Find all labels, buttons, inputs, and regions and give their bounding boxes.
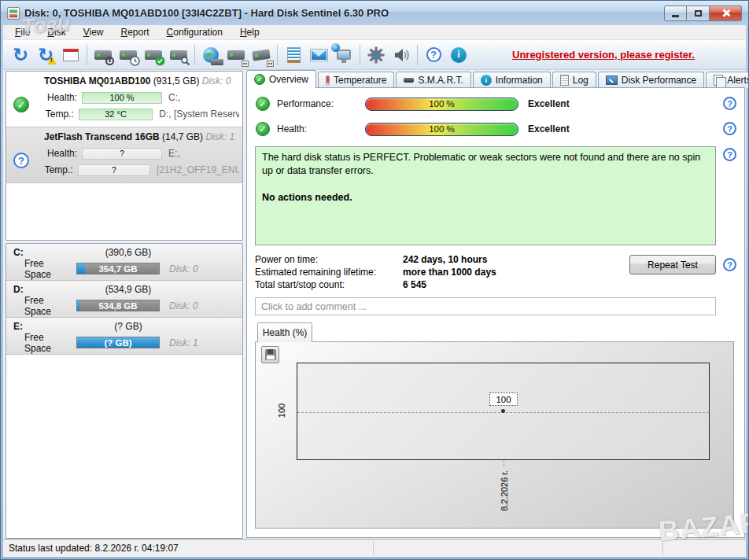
refresh-button[interactable]: ↻ (8, 43, 33, 67)
chart-point-label: 100 (489, 392, 518, 406)
partition-letter: C: (13, 247, 24, 258)
tab-smart[interactable]: S.M.A.R.T. (396, 72, 470, 88)
free-space-value: (? GB) (77, 337, 159, 348)
smart-disk-icon (404, 78, 414, 83)
help-icon[interactable]: ? (723, 148, 736, 161)
remote-monitor-button[interactable] (331, 43, 356, 67)
sound-button[interactable] (389, 43, 414, 67)
lifetime-label: Estimated remaining lifetime: (255, 267, 376, 278)
health-unknown-icon: ? (13, 153, 29, 168)
chart-data-point (501, 409, 505, 413)
performance-row: ✓ Performance: 100 % Excellent (247, 96, 744, 112)
disk-status-button[interactable] (141, 43, 166, 67)
partition-row-c[interactable]: C: (390,6 GB) Free Space 354,7 GB Disk: … (6, 244, 242, 281)
help-button[interactable]: ? (421, 43, 446, 67)
chart-tab-health[interactable]: Health (%) (257, 322, 312, 342)
tab-log[interactable]: Log (552, 72, 596, 88)
help-icon[interactable]: ? (723, 258, 736, 271)
lifetime-value: more than 1000 days (403, 267, 496, 278)
clock-badge-icon (130, 56, 140, 66)
health-value-bar: 100 % (82, 92, 162, 104)
performance-chart-icon (606, 76, 618, 85)
app-icon (7, 7, 20, 20)
help-icon[interactable]: ? (723, 97, 736, 110)
tab-disk-performance[interactable]: Disk Performance (598, 72, 704, 88)
tab-label: Overview (269, 74, 308, 85)
tab-overview[interactable]: ✓ Overview (246, 70, 316, 88)
partition-letter: E: (13, 321, 23, 332)
info-icon: i (451, 47, 467, 63)
menu-view[interactable]: View (75, 27, 113, 38)
free-space-value: 534,8 GB (77, 300, 159, 311)
tab-alerts[interactable]: Alerts (706, 72, 749, 88)
partition-row-d[interactable]: D: (534,9 GB) Free Space 534,8 GB Disk: … (6, 281, 242, 318)
power-on-row: Power on time: 242 days, 10 hours (255, 254, 318, 265)
tab-information[interactable]: i Information (473, 72, 551, 88)
close-button[interactable] (710, 6, 742, 21)
minimize-button[interactable] (664, 6, 687, 21)
usb-disk-button[interactable] (223, 43, 249, 67)
menu-configuration[interactable]: Configuration (158, 27, 231, 38)
unregistered-link[interactable]: Unregistered version, please register. (512, 49, 695, 61)
performance-rating: Excellent (528, 98, 570, 109)
health-bar: 100 % (365, 123, 518, 136)
disk-test-button[interactable] (90, 43, 116, 67)
network-disk-button[interactable] (198, 43, 223, 67)
help-icon[interactable]: ? (723, 122, 736, 135)
disk-entry-toshiba[interactable]: TOSHIBA MQ01ABD100 (931,5 GB) Disk: 0 ✓ … (6, 72, 242, 127)
status-message: The hard disk status is PERFECT. Problem… (262, 151, 709, 178)
health-chart-panel: 100 100 8.2.2026 г. (255, 341, 734, 529)
minimize-icon (672, 15, 679, 17)
health-label: Health: (277, 123, 363, 134)
tab-temperature[interactable]: Temperature (318, 72, 394, 88)
menu-bar: File Disk View Report Configuration Help (3, 25, 746, 40)
gear-icon (367, 46, 386, 64)
partition-row-e[interactable]: E: (? GB) Free Space (? GB) Disk: 1 (6, 318, 242, 355)
tab-bar: ✓ Overview Temperature S.M.A.R.T. i Info… (246, 70, 745, 88)
tab-label: S.M.A.R.T. (418, 75, 463, 86)
disk-size: (931,5 GB) (153, 76, 200, 87)
partition-size: (534,9 GB) (73, 284, 183, 295)
disk-plug-icon (227, 50, 245, 60)
performance-bar: 100 % (365, 98, 518, 111)
menu-report[interactable]: Report (113, 27, 158, 38)
disk-analyse-button[interactable] (166, 43, 191, 67)
maximize-button[interactable] (687, 6, 710, 21)
log-page-icon (560, 75, 569, 86)
status-bar: Status last updated: 8.2.2026 г. 04:19:0… (3, 539, 746, 557)
menu-help[interactable]: Help (231, 27, 268, 38)
partition-size: (390,6 GB) (73, 247, 183, 258)
disk-entry-jetflash[interactable]: JetFlash Transcend 16GB (14,7 GB) Disk: … (6, 127, 242, 183)
partition-list-panel: C: (390,6 GB) Free Space 354,7 GB Disk: … (6, 243, 243, 539)
partition-disk-number: Disk: 0 (169, 263, 198, 274)
repeat-test-button[interactable]: Repeat Test (629, 255, 716, 274)
toolbar-separator (417, 45, 418, 65)
report-button[interactable] (58, 43, 83, 67)
email-button[interactable] (306, 43, 331, 67)
menu-file[interactable]: File (6, 27, 39, 38)
disk-schedule-button[interactable] (116, 43, 141, 67)
settings-button[interactable] (363, 43, 389, 67)
toolbar-separator (277, 45, 278, 65)
comment-input[interactable] (255, 297, 716, 315)
connector-badge-icon (267, 61, 274, 67)
speaker-icon (393, 46, 410, 64)
about-button[interactable]: i (446, 43, 471, 67)
volume-letters: [21H2_OFF19_ENUS (157, 164, 239, 175)
magnifier-badge-icon (180, 56, 190, 66)
temp-value-bar: 32 °C (79, 109, 153, 120)
refresh-alert-button[interactable]: ↻ ! (33, 43, 58, 67)
tab-label: Log (573, 75, 588, 86)
free-space-bar: 534,8 GB (76, 300, 160, 311)
save-chart-button[interactable] (261, 346, 279, 363)
toolbar-separator (360, 45, 360, 65)
log-button[interactable] (281, 43, 306, 67)
chart-x-tick: 8.2.2026 г. (500, 462, 509, 519)
title-bar: Disk: 0, TOSHIBA MQ01ABD100 [33I4C2ZBT] … (1, 1, 748, 25)
overview-tab-content: ✓ Performance: 100 % Excellent ? ✓ Healt… (246, 87, 745, 538)
check-badge-icon (155, 56, 165, 66)
main-area: TOSHIBA MQ01ABD100 (931,5 GB) Disk: 0 ✓ … (3, 70, 746, 539)
menu-disk[interactable]: Disk (39, 27, 74, 38)
lifetime-row: Estimated remaining lifetime: more than … (255, 267, 376, 278)
eject-disk-button[interactable] (249, 43, 274, 67)
